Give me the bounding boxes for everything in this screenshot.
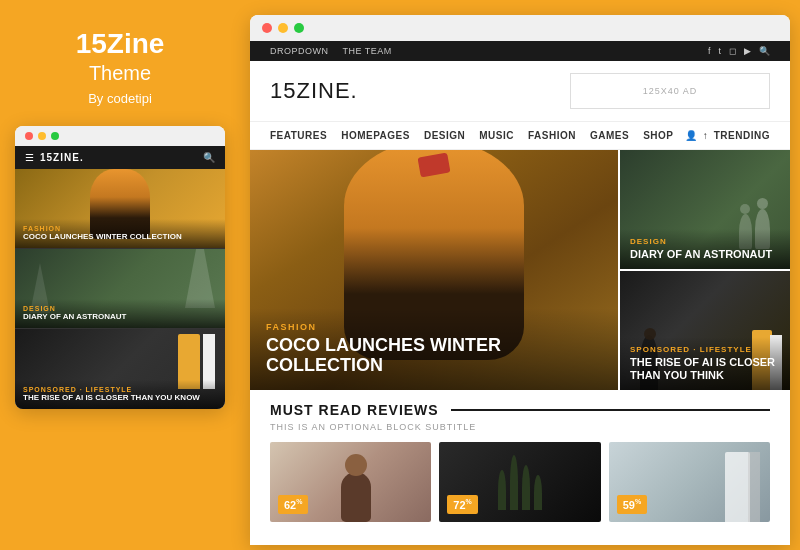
mini-card-fashion-title: COCO LAUNCHES WINTER COLLECTION <box>23 232 217 242</box>
mini-card-lifestyle-category: SPONSORED · LIFESTYLE <box>23 386 217 393</box>
review-badge-2: 72% <box>447 495 477 514</box>
instagram-icon[interactable]: ◻ <box>729 46 736 56</box>
main-nav-right: 👤 ↑ TRENDING <box>685 130 770 141</box>
review-card-3[interactable]: 59% <box>609 442 770 522</box>
hero-grid: FASHION COCO LAUNCHES WINTER COLLECTION … <box>250 150 790 390</box>
brand-title: 15Zine <box>76 30 165 58</box>
trending-label[interactable]: TRENDING <box>714 130 770 141</box>
must-read-section: MUST READ REVIEWS THIS IS AN OPTIONAL BL… <box>250 390 790 530</box>
hero-sub-design[interactable]: DESIGN DIARY OF AN ASTRONAUT <box>620 150 790 269</box>
main-browser-bar <box>250 15 790 41</box>
mini-browser-bar <box>15 126 225 146</box>
mini-card-lifestyle-title: THE RISE OF AI IS CLOSER THAN YOU KNOW <box>23 393 217 403</box>
plant-leaf-4 <box>534 475 542 510</box>
hero-sub-lifestyle-title: THE RISE OF AI IS CLOSER THAN YOU THINK <box>630 356 780 382</box>
dot-yellow <box>38 132 46 140</box>
trending-icon: ↑ <box>703 130 708 141</box>
nav-homepages[interactable]: HOMEPAGES <box>341 130 410 141</box>
header-ad-text: 125x40 AD <box>643 86 698 96</box>
mini-card-lifestyle[interactable]: SPONSORED · LIFESTYLE THE RISE OF AI IS … <box>15 329 225 409</box>
top-nav-links: DROPDOWN THE TEAM <box>270 46 392 56</box>
left-panel: 15Zine Theme By codetipi ☰ 15ZINE. 🔍 FAS… <box>0 0 240 550</box>
main-header: 15ZINE. 125x40 AD <box>250 61 790 122</box>
brand-author: By codetipi <box>88 91 152 106</box>
mini-nav-left: ☰ 15ZINE. <box>25 152 84 163</box>
hamburger-icon: ☰ <box>25 152 34 163</box>
hero-main-article[interactable]: FASHION COCO LAUNCHES WINTER COLLECTION <box>250 150 618 390</box>
hero-sub-design-overlay: DESIGN DIARY OF AN ASTRONAUT <box>620 229 790 269</box>
hero-main-overlay: FASHION COCO LAUNCHES WINTER COLLECTION <box>250 308 618 390</box>
section-title: MUST READ REVIEWS <box>270 402 439 418</box>
review-badge-1: 62% <box>278 495 308 514</box>
youtube-icon[interactable]: ▶ <box>744 46 751 56</box>
mini-card-lifestyle-overlay: SPONSORED · LIFESTYLE THE RISE OF AI IS … <box>15 380 225 409</box>
main-nav-links: FEATURES HOMEPAGES DESIGN MUSIC FASHION … <box>270 130 673 141</box>
main-nav: FEATURES HOMEPAGES DESIGN MUSIC FASHION … <box>250 122 790 150</box>
main-browser: DROPDOWN THE TEAM f t ◻ ▶ 🔍 15ZINE. 125x… <box>250 15 790 545</box>
hero-sub-lifestyle[interactable]: SPONSORED · LIFESTYLE THE RISE OF AI IS … <box>620 271 790 390</box>
review-person <box>331 452 381 522</box>
hero-sub-lifestyle-overlay: SPONSORED · LIFESTYLE THE RISE OF AI IS … <box>620 337 790 390</box>
mini-card-design[interactable]: DESIGN DIARY OF AN ASTRONAUT <box>15 249 225 329</box>
top-nav: DROPDOWN THE TEAM f t ◻ ▶ 🔍 <box>250 41 790 61</box>
dot-red <box>25 132 33 140</box>
top-nav-dropdown[interactable]: DROPDOWN <box>270 46 329 56</box>
plant-leaf-2 <box>510 455 518 510</box>
mini-card-fashion-overlay: FASHION COCO LAUNCHES WINTER COLLECTION <box>15 219 225 248</box>
top-nav-icons: f t ◻ ▶ 🔍 <box>708 46 770 56</box>
main-dot-yellow <box>278 23 288 33</box>
hero-main-category: FASHION <box>266 322 602 332</box>
section-header: MUST READ REVIEWS <box>270 402 770 418</box>
person-icon: 👤 <box>685 130 697 141</box>
mini-card-fashion[interactable]: FASHION COCO LAUNCHES WINTER COLLECTION <box>15 169 225 249</box>
review-person-head <box>345 454 367 476</box>
mini-card-design-title: DIARY OF AN ASTRONAUT <box>23 312 217 322</box>
hero-main-title: COCO LAUNCHES WINTER COLLECTION <box>266 336 602 376</box>
search-icon[interactable]: 🔍 <box>759 46 770 56</box>
hero-sub-design-title: DIARY OF AN ASTRONAUT <box>630 248 780 261</box>
brand-subtitle: Theme <box>89 62 151 85</box>
plant-leaf-3 <box>522 465 530 510</box>
header-ad: 125x40 AD <box>570 73 770 109</box>
mini-browser-mockup: ☰ 15ZINE. 🔍 FASHION COCO LAUNCHES WINTER… <box>15 126 225 409</box>
nav-games[interactable]: GAMES <box>590 130 629 141</box>
review-person-body <box>341 472 371 522</box>
top-nav-team[interactable]: THE TEAM <box>343 46 392 56</box>
review-card-1[interactable]: 62% <box>270 442 431 522</box>
dot-green <box>51 132 59 140</box>
review-badge-3: 59% <box>617 495 647 514</box>
hero-sub-lifestyle-category: SPONSORED · LIFESTYLE <box>630 345 780 354</box>
nav-design[interactable]: DESIGN <box>424 130 465 141</box>
section-subtitle: THIS IS AN OPTIONAL BLOCK SUBTITLE <box>270 422 770 432</box>
nav-fashion[interactable]: FASHION <box>528 130 576 141</box>
mini-card-design-category: DESIGN <box>23 305 217 312</box>
facebook-icon[interactable]: f <box>708 46 711 56</box>
nav-music[interactable]: MUSIC <box>479 130 514 141</box>
main-logo: 15ZINE. <box>270 78 358 104</box>
main-dot-red <box>262 23 272 33</box>
mini-nav: ☰ 15ZINE. 🔍 <box>15 146 225 169</box>
mini-card-fashion-category: FASHION <box>23 225 217 232</box>
nav-features[interactable]: FEATURES <box>270 130 327 141</box>
twitter-icon[interactable]: t <box>718 46 721 56</box>
nav-shop[interactable]: SHOP <box>643 130 673 141</box>
hero-right-cards: DESIGN DIARY OF AN ASTRONAUT SPONSORED ·… <box>620 150 790 390</box>
mini-card-design-overlay: DESIGN DIARY OF AN ASTRONAUT <box>15 299 225 328</box>
main-dot-green <box>294 23 304 33</box>
review-card-2[interactable]: 72% <box>439 442 600 522</box>
plant-shape <box>498 455 542 510</box>
mini-search-icon: 🔍 <box>203 152 215 163</box>
mini-logo: 15ZINE. <box>40 152 84 163</box>
hero-sub-design-category: DESIGN <box>630 237 780 246</box>
section-line <box>451 409 770 411</box>
plant-leaf-1 <box>498 470 506 510</box>
review-cards: 62% 72% <box>270 442 770 522</box>
